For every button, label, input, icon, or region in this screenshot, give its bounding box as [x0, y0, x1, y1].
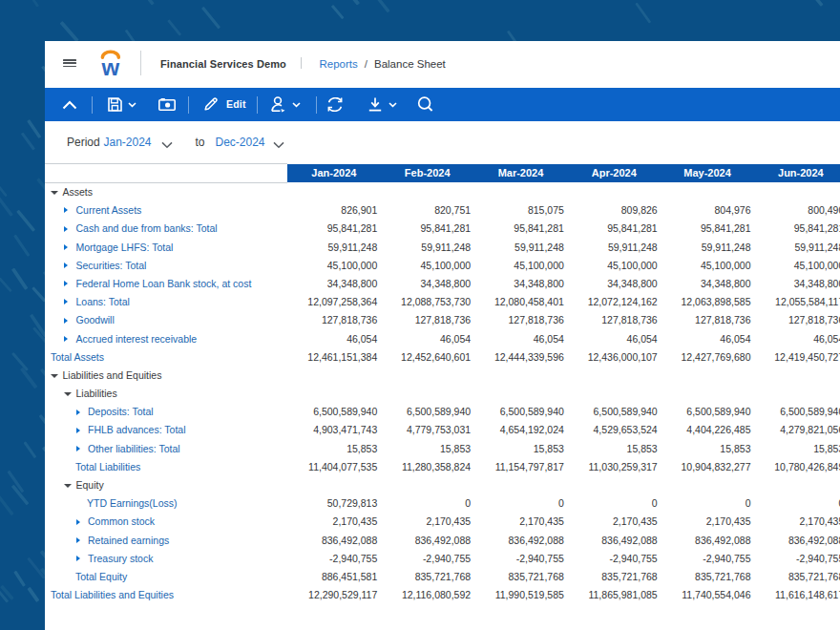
- svg-text:w: w: [101, 54, 120, 80]
